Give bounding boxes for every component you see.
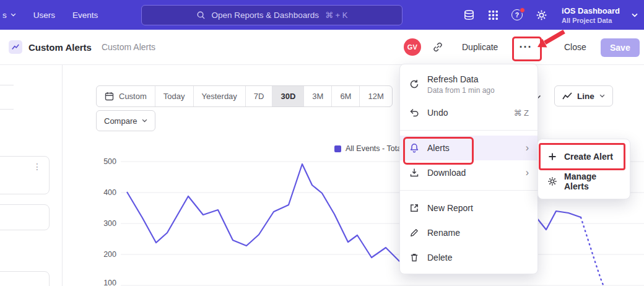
search-placeholder: Open Reports & Dashboards — [212, 11, 319, 20]
chevron-right-icon: › — [526, 168, 529, 178]
search-icon — [196, 11, 206, 20]
pencil-icon — [409, 228, 420, 238]
new-report-icon — [409, 203, 420, 213]
context-menu: Refresh Data Data from 1 min ago Undo ⌘ … — [399, 64, 538, 274]
date-range-7d[interactable]: 7D — [246, 86, 273, 106]
menu-item-label: Undo — [427, 108, 448, 118]
y-tick: 200 — [103, 250, 116, 259]
report-icon — [9, 40, 22, 54]
apps-grid-icon[interactable] — [487, 9, 499, 21]
project-switcher[interactable]: iOS Dashboard All Project Data — [562, 6, 620, 24]
menu-item-download[interactable]: Download › — [400, 160, 537, 185]
date-range-group: Custom Today Yesterday 7D 30D 3M 6M 12M — [96, 85, 393, 107]
date-range-yesterday[interactable]: Yesterday — [194, 86, 246, 106]
nav-left: s Users Events — [0, 0, 98, 30]
kebab-menu-icon[interactable]: ⋮ — [33, 162, 41, 171]
menu-item-label: Download — [427, 168, 466, 178]
top-nav: s Users Events Open Reports & Dashboards… — [0, 0, 644, 30]
undo-icon — [409, 108, 420, 118]
chevron-down-icon — [599, 94, 605, 98]
sidebar-card[interactable] — [0, 271, 50, 286]
alerts-submenu: Create Alert Manage Alerts — [537, 139, 630, 199]
y-tick: 500 — [103, 157, 116, 166]
menu-item-label: Alerts — [427, 143, 450, 153]
trash-icon — [409, 253, 420, 262]
gear-icon — [547, 176, 558, 186]
date-range-6m[interactable]: 6M — [332, 86, 360, 106]
date-custom-button[interactable]: Custom — [97, 86, 155, 106]
menu-item-undo[interactable]: Undo ⌘ Z — [400, 100, 537, 125]
menu-item-label: Delete — [427, 253, 452, 262]
submenu-item-label: Create Alert — [564, 152, 613, 162]
menu-separator — [400, 190, 537, 191]
chart-type-label: Line — [577, 92, 594, 101]
chart-type-button[interactable]: Line — [554, 85, 613, 106]
search-shortcut: ⌘ + K — [325, 11, 348, 20]
copy-link-icon[interactable] — [432, 41, 443, 55]
report-header: Custom Alerts Custom Alerts GV Duplicate… — [0, 30, 644, 65]
nav-item-users[interactable]: Users — [33, 11, 55, 20]
chevron-right-icon: › — [526, 143, 529, 153]
menu-item-label: Rename — [427, 228, 460, 238]
breadcrumb: Custom Alerts — [102, 42, 155, 52]
calendar-icon — [105, 92, 114, 101]
menu-item-rename[interactable]: Rename — [400, 220, 537, 245]
project-subtitle: All Project Data — [562, 17, 620, 24]
date-range-12m[interactable]: 12M — [360, 86, 391, 106]
y-tick: 300 — [103, 219, 116, 228]
date-range-30d[interactable]: 30D — [272, 86, 304, 106]
report-header-left: Custom Alerts Custom Alerts — [9, 30, 155, 64]
bell-icon — [409, 143, 420, 153]
y-tick: 400 — [103, 188, 116, 197]
nav-item-events[interactable]: Events — [72, 11, 98, 20]
sidebar-separator — [0, 109, 14, 110]
notification-dot — [520, 7, 525, 13]
plus-icon — [547, 152, 558, 161]
compare-button[interactable]: Compare — [96, 110, 155, 131]
menu-item-shortcut: ⌘ Z — [513, 108, 529, 118]
page-title: Custom Alerts — [28, 42, 92, 53]
menu-item-sublabel: Data from 1 min ago — [427, 86, 495, 95]
menu-item-alerts[interactable]: Alerts › — [400, 136, 537, 160]
download-icon — [409, 168, 420, 178]
chart-line-dotted — [581, 217, 605, 286]
help-icon[interactable]: ? — [511, 9, 523, 21]
project-chevron-down-icon — [632, 13, 638, 17]
duplicate-button[interactable]: Duplicate — [462, 42, 498, 52]
legend-swatch — [334, 145, 341, 152]
submenu-item-label: Manage Alerts — [564, 171, 621, 191]
chevron-down-icon — [11, 13, 16, 17]
menu-item-new-report[interactable]: New Report — [400, 196, 537, 220]
line-chart-icon — [562, 92, 572, 100]
submenu-item-create-alert[interactable]: Create Alert — [538, 144, 630, 169]
more-options-button[interactable]: ··· — [515, 38, 537, 56]
date-range-today[interactable]: Today — [155, 86, 194, 106]
sidebar-divider — [62, 64, 63, 286]
nav-item-boards-label: s — [2, 11, 7, 20]
nav-right: ? iOS Dashboard All Project Data — [463, 0, 638, 30]
avatar[interactable]: GV — [404, 38, 421, 56]
date-custom-label: Custom — [119, 92, 147, 101]
chart-legend[interactable]: All Events - Total — [334, 144, 403, 153]
settings-gear-icon[interactable] — [535, 9, 547, 21]
save-button[interactable]: Save — [601, 38, 640, 57]
sidebar-separator — [0, 85, 14, 85]
compare-label: Compare — [104, 116, 137, 126]
y-tick: 100 — [103, 279, 116, 286]
refresh-icon — [409, 79, 420, 89]
menu-separator — [400, 130, 537, 131]
chevron-down-icon — [142, 119, 147, 123]
menu-item-refresh-data[interactable]: Refresh Data Data from 1 min ago — [400, 68, 537, 100]
app-window: s Users Events Open Reports & Dashboards… — [0, 0, 644, 286]
close-button[interactable]: Close — [564, 42, 586, 52]
menu-item-label: Refresh Data — [427, 74, 495, 84]
sidebar-card[interactable]: ⋮ — [0, 156, 50, 194]
nav-item-boards[interactable]: s — [2, 11, 16, 20]
menu-item-delete[interactable]: Delete — [400, 245, 537, 270]
sidebar-card[interactable] — [0, 204, 50, 230]
data-icon[interactable] — [463, 9, 475, 21]
project-title: iOS Dashboard — [562, 6, 620, 15]
submenu-item-manage-alerts[interactable]: Manage Alerts — [538, 169, 630, 194]
date-range-3m[interactable]: 3M — [304, 86, 332, 106]
global-search-input[interactable]: Open Reports & Dashboards ⌘ + K — [141, 5, 402, 25]
